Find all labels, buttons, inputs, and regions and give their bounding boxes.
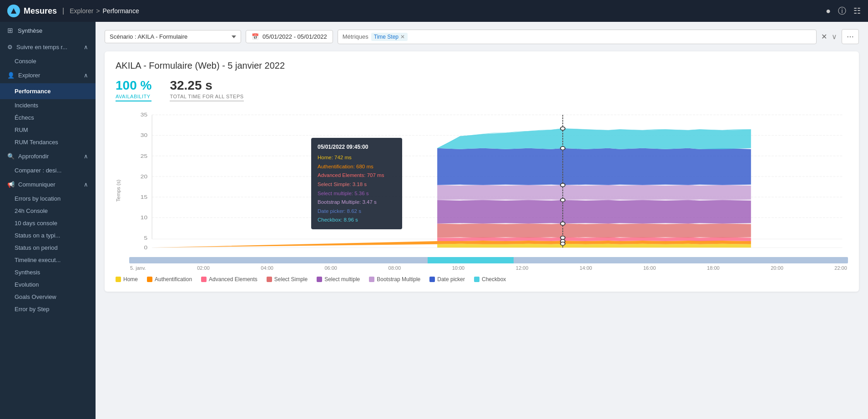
sidebar-item-console[interactable]: Console [0,55,96,67]
timeline-active [428,257,514,263]
comparer-label: Comparer : desi... [15,167,61,174]
legend-color [317,277,322,282]
legend-label: Bootstrap Multiple [377,276,420,283]
svg-point-33 [560,242,565,246]
date-picker-button[interactable]: 📅 05/01/2022 - 05/01/2022 [246,30,333,43]
suivre-icon: ⚙ [7,44,13,50]
x-label-7: 14:00 [580,265,592,271]
legend-color [429,277,435,282]
sidebar-item-console-10d[interactable]: 10 days console [0,217,96,229]
legend-color [369,277,374,282]
scenario-select[interactable]: Scénario : AKILA - Formulaire [105,30,241,43]
errors-location-label: Errors by location [15,195,61,202]
goals-overview-label: Goals Overview [15,293,56,300]
topbar: Mesures | Explorer > Performance ● ⓘ ☷ [0,0,868,22]
svg-point-29 [560,198,565,202]
user-icon[interactable]: ● [826,6,831,16]
legend-color [201,277,207,282]
tag-close-icon[interactable]: ✕ [400,34,405,40]
x-label-1: 02:00 [197,265,210,271]
availability-value: 100 % [116,78,151,93]
sidebar-item-performance[interactable]: Performance [0,83,96,99]
legend-label: Home [123,276,138,283]
legend-item: Bootstrap Multiple [369,276,420,283]
breadcrumb-arrow: > [96,7,100,15]
help-icon[interactable]: ⓘ [838,5,846,16]
sidebar-item-status-typi[interactable]: Status on a typi... [0,229,96,242]
sidebar-item-comparer[interactable]: Comparer : desi... [0,164,96,177]
approfondir-icon: 🔍 [7,153,15,160]
availability-metric: 100 % AVAILABILITY [116,78,151,101]
console-24h-label: 24h Console [15,207,48,214]
chart-legend: HomeAuthentificationAdvanced ElementsSel… [116,276,848,283]
explorer-icon: 👤 [7,72,15,79]
app-logo[interactable]: Mesures [7,5,57,17]
sidebar-section-suivre[interactable]: ⚙ Suivre en temps r... ∧ [0,39,96,55]
grid-icon[interactable]: ☷ [853,6,861,16]
timeline-label: Timeline execut... [15,257,61,263]
suivre-label: Suivre en temps r... [16,44,67,50]
chart-wrapper: Temps (s) 05/01/2022 09:45:00 Home: 742 … [116,111,848,271]
svg-text:30: 30 [141,133,148,138]
svg-text:20: 20 [141,174,148,179]
sidebar-item-rum[interactable]: RUM [0,124,96,136]
x-label-8: 16:00 [643,265,656,271]
logo-icon [7,5,20,17]
filter-clear-icon[interactable]: ✕ [821,32,827,41]
rum-label: RUM [15,126,28,133]
sidebar-section-communiquer[interactable]: 📢 Communiquer ∧ [0,177,96,192]
filter-bar: Scénario : AKILA - Formulaire 📅 05/01/20… [105,29,859,44]
svg-point-30 [560,222,565,226]
x-label-4: 08:00 [389,265,401,271]
metrics-filter[interactable]: Métriques Time Step ✕ [338,30,817,44]
svg-text:0: 0 [144,245,147,251]
total-time-value: 32.25 s [170,78,243,93]
sidebar-item-timeline[interactable]: Timeline execut... [0,254,96,266]
explorer-label: Explorer [18,72,40,79]
synthesis-label: Synthesis [15,269,40,276]
legend-color [116,277,121,282]
svg-text:15: 15 [141,195,148,200]
evolution-label: Evolution [15,281,39,288]
sidebar-item-error-by-step[interactable]: Error by Step [0,303,96,315]
legend-item: Advanced Elements [201,276,257,283]
sidebar-section-explorer[interactable]: 👤 Explorer ∧ [0,67,96,83]
sidebar-item-goals-overview[interactable]: Goals Overview [0,291,96,303]
legend-label: Advanced Elements [209,276,257,283]
breadcrumb: Explorer > Performance [70,7,139,15]
chevron-explorer: ∧ [84,72,88,79]
sidebar-item-synthesis[interactable]: Synthesis [0,266,96,278]
sidebar-item-synthese[interactable]: ⊞ Synthèse [0,22,96,39]
filter-more-button[interactable]: ⋯ [842,29,859,44]
availability-label: AVAILABILITY [116,94,151,101]
svg-text:35: 35 [141,112,148,118]
svg-text:10: 10 [141,215,148,221]
sidebar-item-rum-tendances[interactable]: RUM Tendances [0,136,96,148]
sidebar-item-errors-location[interactable]: Errors by location [0,192,96,205]
synthese-icon: ⊞ [7,26,13,35]
breadcrumb-explorer[interactable]: Explorer [70,7,93,15]
filter-expand-icon[interactable]: ∨ [832,32,837,41]
legend-item: Authentification [147,276,192,283]
sidebar-item-status-period[interactable]: Status on period [0,242,96,254]
timeline-bar [129,257,848,263]
timeline-bar-wrapper [129,257,848,263]
svg-point-28 [560,183,565,187]
chevron-approfondir: ∧ [84,153,88,160]
chart-svg[interactable]: 35 30 25 20 15 10 5 0 [129,111,848,256]
sidebar-item-evolution[interactable]: Evolution [0,278,96,291]
metrics-row: 100 % AVAILABILITY 32.25 s TOTAL TIME FO… [116,78,848,101]
svg-point-27 [560,146,565,150]
sidebar-section-approfondir[interactable]: 🔍 Approfondir ∧ [0,148,96,164]
error-by-step-label: Error by Step [15,306,50,313]
calendar-icon: 📅 [252,33,259,40]
legend-item: Checkbox [474,276,506,283]
sidebar-item-incidents[interactable]: Incidents [0,99,96,111]
x-label-0: 5. janv. [130,265,146,271]
metrics-label: Métriques [343,33,368,40]
sidebar-item-echecs[interactable]: Échecs [0,111,96,124]
time-step-tag[interactable]: Time Step ✕ [371,33,408,41]
legend-color [147,277,152,282]
status-period-label: Status on period [15,244,58,251]
sidebar-item-console-24h[interactable]: 24h Console [0,205,96,217]
